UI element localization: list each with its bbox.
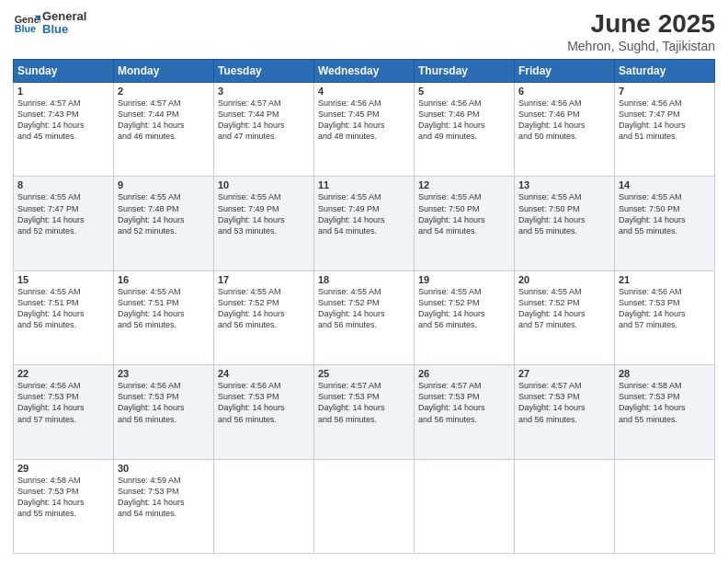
day-number: 9 [118,179,210,190]
day-number: 13 [518,179,610,190]
week-row-5: 29Sunrise: 4:58 AM Sunset: 7:53 PM Dayli… [14,459,715,553]
day-info: Sunrise: 4:55 AM Sunset: 7:52 PM Dayligh… [418,286,510,331]
calendar-cell: 26Sunrise: 4:57 AM Sunset: 7:53 PM Dayli… [415,365,515,459]
day-info: Sunrise: 4:57 AM Sunset: 7:53 PM Dayligh… [518,380,610,425]
calendar-title: June 2025 [567,9,715,39]
calendar-cell: 16Sunrise: 4:55 AM Sunset: 7:51 PM Dayli… [114,270,214,364]
day-number: 3 [218,86,310,97]
calendar-cell: 7Sunrise: 4:56 AM Sunset: 7:47 PM Daylig… [615,83,715,177]
logo: General Blue General Blue [13,9,86,37]
day-info: Sunrise: 4:58 AM Sunset: 7:53 PM Dayligh… [619,380,711,425]
day-number: 12 [418,179,510,190]
calendar-cell: 30Sunrise: 4:59 AM Sunset: 7:53 PM Dayli… [114,459,214,553]
header: General Blue General Blue June 2025 Mehr… [13,9,715,53]
calendar-cell: 6Sunrise: 4:56 AM Sunset: 7:46 PM Daylig… [515,83,615,177]
calendar-cell: 4Sunrise: 4:56 AM Sunset: 7:45 PM Daylig… [314,83,415,177]
day-info: Sunrise: 4:57 AM Sunset: 7:44 PM Dayligh… [118,98,210,143]
day-number: 27 [518,368,610,379]
calendar-cell: 2Sunrise: 4:57 AM Sunset: 7:44 PM Daylig… [114,83,214,177]
day-info: Sunrise: 4:56 AM Sunset: 7:46 PM Dayligh… [418,98,510,143]
day-info: Sunrise: 4:56 AM Sunset: 7:53 PM Dayligh… [118,380,210,425]
day-number: 23 [118,368,210,379]
calendar-cell: 9Sunrise: 4:55 AM Sunset: 7:48 PM Daylig… [114,177,214,270]
calendar-cell: 14Sunrise: 4:55 AM Sunset: 7:50 PM Dayli… [615,177,715,270]
day-info: Sunrise: 4:55 AM Sunset: 7:48 PM Dayligh… [118,191,210,236]
day-info: Sunrise: 4:56 AM Sunset: 7:53 PM Dayligh… [619,286,711,331]
column-header-sunday: Sunday [14,60,114,83]
day-number: 8 [17,179,109,190]
calendar-cell: 29Sunrise: 4:58 AM Sunset: 7:53 PM Dayli… [14,459,114,553]
calendar-cell: 27Sunrise: 4:57 AM Sunset: 7:53 PM Dayli… [515,365,615,459]
day-info: Sunrise: 4:55 AM Sunset: 7:52 PM Dayligh… [318,286,410,331]
day-info: Sunrise: 4:55 AM Sunset: 7:50 PM Dayligh… [518,191,610,236]
day-info: Sunrise: 4:55 AM Sunset: 7:51 PM Dayligh… [118,286,210,331]
calendar-cell: 3Sunrise: 4:57 AM Sunset: 7:44 PM Daylig… [214,83,314,177]
calendar-cell [415,459,515,553]
calendar-cell [214,459,314,553]
day-info: Sunrise: 4:55 AM Sunset: 7:52 PM Dayligh… [518,286,610,331]
calendar-cell: 8Sunrise: 4:55 AM Sunset: 7:47 PM Daylig… [14,177,114,270]
day-info: Sunrise: 4:55 AM Sunset: 7:52 PM Dayligh… [218,286,310,331]
calendar-cell: 1Sunrise: 4:57 AM Sunset: 7:43 PM Daylig… [14,83,114,177]
day-number: 11 [318,179,410,190]
day-info: Sunrise: 4:55 AM Sunset: 7:49 PM Dayligh… [218,191,310,236]
day-number: 30 [118,463,210,474]
day-info: Sunrise: 4:55 AM Sunset: 7:50 PM Dayligh… [619,191,711,236]
day-info: Sunrise: 4:57 AM Sunset: 7:44 PM Dayligh… [218,98,310,143]
calendar-subtitle: Mehron, Sughd, Tajikistan [567,39,715,53]
week-row-3: 15Sunrise: 4:55 AM Sunset: 7:51 PM Dayli… [14,270,715,364]
calendar-cell: 12Sunrise: 4:55 AM Sunset: 7:50 PM Dayli… [415,177,515,270]
column-header-saturday: Saturday [615,60,715,83]
day-number: 28 [619,368,711,379]
calendar-cell: 20Sunrise: 4:55 AM Sunset: 7:52 PM Dayli… [515,270,615,364]
calendar-cell: 15Sunrise: 4:55 AM Sunset: 7:51 PM Dayli… [14,270,114,364]
day-number: 17 [218,274,310,285]
column-header-row: SundayMondayTuesdayWednesdayThursdayFrid… [14,60,715,83]
day-info: Sunrise: 4:58 AM Sunset: 7:53 PM Dayligh… [17,475,109,520]
calendar-cell [515,459,615,553]
calendar-cell [615,459,715,553]
calendar-cell: 24Sunrise: 4:56 AM Sunset: 7:53 PM Dayli… [214,365,314,459]
week-row-2: 8Sunrise: 4:55 AM Sunset: 7:47 PM Daylig… [14,177,715,270]
day-number: 29 [17,463,109,474]
day-number: 20 [518,274,610,285]
calendar-cell: 19Sunrise: 4:55 AM Sunset: 7:52 PM Dayli… [415,270,515,364]
day-number: 16 [118,274,210,285]
day-number: 2 [118,86,210,97]
calendar-cell: 18Sunrise: 4:55 AM Sunset: 7:52 PM Dayli… [314,270,415,364]
calendar-cell: 5Sunrise: 4:56 AM Sunset: 7:46 PM Daylig… [415,83,515,177]
day-number: 24 [218,368,310,379]
day-number: 25 [318,368,410,379]
column-header-friday: Friday [515,60,615,83]
day-number: 10 [218,179,310,190]
day-info: Sunrise: 4:55 AM Sunset: 7:50 PM Dayligh… [418,191,510,236]
day-number: 14 [619,179,711,190]
day-number: 18 [318,274,410,285]
column-header-monday: Monday [114,60,214,83]
day-number: 6 [518,86,610,97]
week-row-4: 22Sunrise: 4:56 AM Sunset: 7:53 PM Dayli… [14,365,715,459]
day-number: 15 [17,274,109,285]
day-info: Sunrise: 4:56 AM Sunset: 7:46 PM Dayligh… [518,98,610,143]
logo-blue: Blue [42,23,86,36]
day-number: 19 [418,274,510,285]
day-info: Sunrise: 4:57 AM Sunset: 7:53 PM Dayligh… [418,380,510,425]
day-info: Sunrise: 4:57 AM Sunset: 7:43 PM Dayligh… [17,98,109,143]
day-info: Sunrise: 4:56 AM Sunset: 7:53 PM Dayligh… [218,380,310,425]
day-number: 4 [318,86,410,97]
calendar-cell: 21Sunrise: 4:56 AM Sunset: 7:53 PM Dayli… [615,270,715,364]
calendar-cell: 11Sunrise: 4:55 AM Sunset: 7:49 PM Dayli… [314,177,415,270]
calendar-cell: 25Sunrise: 4:57 AM Sunset: 7:53 PM Dayli… [314,365,415,459]
day-number: 7 [619,86,711,97]
day-number: 26 [418,368,510,379]
calendar-cell: 23Sunrise: 4:56 AM Sunset: 7:53 PM Dayli… [114,365,214,459]
day-info: Sunrise: 4:57 AM Sunset: 7:53 PM Dayligh… [318,380,410,425]
calendar-cell: 17Sunrise: 4:55 AM Sunset: 7:52 PM Dayli… [214,270,314,364]
day-info: Sunrise: 4:55 AM Sunset: 7:49 PM Dayligh… [318,191,410,236]
title-block: June 2025 Mehron, Sughd, Tajikistan [567,9,715,53]
day-info: Sunrise: 4:56 AM Sunset: 7:53 PM Dayligh… [17,380,109,425]
day-number: 5 [418,86,510,97]
day-number: 21 [619,274,711,285]
calendar-table: SundayMondayTuesdayWednesdayThursdayFrid… [13,59,715,554]
calendar-page: General Blue General Blue June 2025 Mehr… [0,0,728,563]
